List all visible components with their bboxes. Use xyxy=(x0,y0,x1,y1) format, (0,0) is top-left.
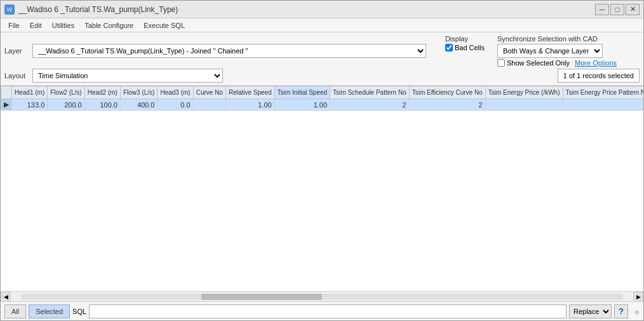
cell-flow3[interactable]: 400.0 xyxy=(120,99,157,111)
all-button[interactable]: All xyxy=(4,304,26,318)
sync-title: Synchronize Selection with CAD xyxy=(497,35,637,43)
statusbar: All Selected SQL Replace ? ⟰ xyxy=(1,301,643,320)
cell-tsim-schedule[interactable]: 2 xyxy=(330,99,410,111)
col-header-flow3: Flow3 (L/s) xyxy=(120,86,157,99)
minimize-button[interactable]: ─ xyxy=(595,4,609,15)
layout-label: Layout xyxy=(4,72,29,79)
col-header-tsim-energy-pattern: Tsim Energy Price Pattern No xyxy=(563,86,643,99)
menu-edit[interactable]: Edit xyxy=(25,20,47,31)
scroll-right-arrow[interactable]: ▶ xyxy=(633,292,643,302)
scrollbar-thumb[interactable] xyxy=(201,294,322,300)
app-icon: W xyxy=(4,4,15,15)
col-header-relative-speed: Relative Speed xyxy=(225,86,274,99)
cell-tsim-energy-price[interactable] xyxy=(485,99,563,111)
layout-select[interactable]: Time Simulation xyxy=(32,69,223,83)
cell-tsim-energy-pattern[interactable] xyxy=(563,99,643,111)
col-header-indicator xyxy=(1,86,12,99)
bad-cells-checkbox[interactable] xyxy=(445,44,453,51)
window-title: __Wadiso 6 _Tutorial TS.Wa_pump(Link_Typ… xyxy=(18,5,178,14)
cell-head1[interactable]: 133.0 xyxy=(12,99,48,111)
layer-select[interactable]: __Wadiso 6 _Tutorial TS.Wa_pump(Link_Typ… xyxy=(32,44,426,58)
resize-grip[interactable]: ⟰ xyxy=(631,307,640,316)
scrollbar-track[interactable] xyxy=(21,294,623,300)
sync-dropdown[interactable]: Both Ways & Change Layer xyxy=(497,44,603,58)
cell-tsim-efficiency[interactable]: 2 xyxy=(409,99,485,111)
layer-label: Layer xyxy=(4,47,29,55)
table-row[interactable]: ▶ 133.0 200.0 100.0 400.0 0.0 1.00 1.00 … xyxy=(1,99,644,111)
menubar: File Edit Utilities Table Configure Exec… xyxy=(1,18,643,32)
scroll-left-arrow[interactable]: ◀ xyxy=(1,292,11,302)
menu-utilities[interactable]: Utilities xyxy=(47,20,79,31)
titlebar: W __Wadiso 6 _Tutorial TS.Wa_pump(Link_T… xyxy=(1,1,643,18)
display-title: Display xyxy=(445,35,485,43)
col-header-tsim-efficiency: Tsim Efficiency Curve No xyxy=(409,86,485,99)
data-table: Head1 (m) Flow2 (L/s) Head2 (m) Flow3 (L… xyxy=(1,86,643,111)
selected-button[interactable]: Selected xyxy=(29,304,70,318)
show-selected-label[interactable]: Show Selected Only xyxy=(497,59,570,67)
col-header-head2: Head2 (m) xyxy=(84,86,120,99)
table-container[interactable]: Head1 (m) Flow2 (L/s) Head2 (m) Flow3 (L… xyxy=(1,86,643,291)
menu-execute-sql[interactable]: Execute SQL xyxy=(138,20,190,31)
show-selected-text: Show Selected Only xyxy=(507,59,570,67)
main-window: W __Wadiso 6 _Tutorial TS.Wa_pump(Link_T… xyxy=(0,0,644,321)
cell-tsim-initial-speed[interactable]: 1.00 xyxy=(274,99,330,111)
col-header-curve-no: Curve No xyxy=(193,86,225,99)
col-header-tsim-energy-price: Tsim Energy Price (/kWh) xyxy=(485,86,563,99)
close-button[interactable]: ✕ xyxy=(626,4,640,15)
show-selected-checkbox[interactable] xyxy=(497,59,505,67)
cell-flow2[interactable]: 200.0 xyxy=(48,99,84,111)
col-header-tsim-schedule: Tsim Schedule Pattern No xyxy=(330,86,410,99)
cell-relative-speed[interactable]: 1.00 xyxy=(225,99,274,111)
sql-input[interactable] xyxy=(89,304,567,318)
controls-area: Layer __Wadiso 6 _Tutorial TS.Wa_pump(Li… xyxy=(1,32,643,86)
more-options-link[interactable]: More Options xyxy=(575,59,617,67)
cell-head2[interactable]: 100.0 xyxy=(84,99,120,111)
records-badge: 1 of 1 records selected xyxy=(558,69,640,83)
col-header-head3: Head3 (m) xyxy=(158,86,193,99)
sql-label: SQL xyxy=(72,308,86,315)
bad-cells-label: Bad Cells xyxy=(455,44,485,51)
menu-file[interactable]: File xyxy=(3,20,25,31)
bad-cells-checkbox-label[interactable]: Bad Cells xyxy=(445,44,485,51)
replace-select[interactable]: Replace xyxy=(569,304,612,318)
records-text: 1 of 1 records selected xyxy=(563,72,634,79)
maximize-button[interactable]: □ xyxy=(610,4,624,15)
cell-curve-no[interactable] xyxy=(193,99,225,111)
col-header-flow2: Flow2 (L/s) xyxy=(48,86,84,99)
help-button[interactable]: ? xyxy=(614,304,628,318)
horizontal-scrollbar[interactable]: ◀ ▶ xyxy=(1,291,643,301)
col-header-head1: Head1 (m) xyxy=(12,86,48,99)
cell-head3[interactable]: 0.0 xyxy=(158,99,193,111)
menu-table-configure[interactable]: Table Configure xyxy=(79,20,138,31)
col-header-tsim-initial-speed: Tsim Initial Speed xyxy=(274,86,330,99)
row-indicator-cell: ▶ xyxy=(1,99,12,111)
